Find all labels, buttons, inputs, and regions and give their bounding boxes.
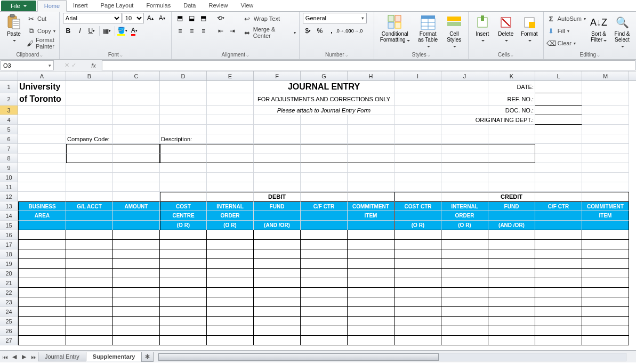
cell[interactable]: of Toronto <box>18 93 66 106</box>
cell[interactable] <box>395 307 441 317</box>
cell[interactable] <box>395 153 441 163</box>
cell[interactable] <box>582 326 629 336</box>
cell[interactable] <box>66 221 113 230</box>
cell[interactable] <box>160 326 207 336</box>
cell-styles-button[interactable]: Cell Styles <box>444 13 465 50</box>
row-header[interactable]: 24 <box>0 307 18 317</box>
cell[interactable] <box>535 230 582 240</box>
cell[interactable] <box>441 317 488 326</box>
cell[interactable] <box>160 288 207 297</box>
cell[interactable] <box>254 163 301 173</box>
cell[interactable] <box>113 106 160 115</box>
cell[interactable]: DEBIT <box>254 192 301 201</box>
cell[interactable] <box>254 240 301 249</box>
cell[interactable]: COMMITMENT <box>348 201 395 211</box>
cell[interactable] <box>488 173 535 182</box>
cell[interactable] <box>254 336 301 345</box>
cell[interactable] <box>395 182 441 192</box>
cell[interactable] <box>113 259 160 269</box>
cell[interactable] <box>535 182 582 192</box>
cell[interactable] <box>582 173 629 182</box>
cell[interactable] <box>207 240 254 249</box>
cell[interactable] <box>254 249 301 259</box>
cell[interactable] <box>66 326 113 336</box>
cell[interactable] <box>207 259 254 269</box>
col-header[interactable]: K <box>488 71 535 80</box>
cell[interactable]: (AND /OR) <box>254 221 301 230</box>
cell[interactable]: JOURNAL ENTRY <box>254 81 395 93</box>
cell[interactable] <box>441 144 488 153</box>
format-cells-button[interactable]: Format <box>519 13 540 44</box>
col-header[interactable]: B <box>66 71 113 80</box>
cell[interactable] <box>113 153 160 163</box>
row-header[interactable]: 22 <box>0 288 18 297</box>
italic-button[interactable]: I <box>75 26 85 36</box>
cell[interactable] <box>395 326 441 336</box>
cell[interactable] <box>348 182 395 192</box>
cell[interactable] <box>254 125 301 134</box>
col-header[interactable]: L <box>535 71 582 80</box>
cell[interactable]: Company Code: <box>66 134 113 144</box>
cell[interactable] <box>535 326 582 336</box>
cell[interactable] <box>18 326 66 336</box>
cell[interactable] <box>301 288 348 297</box>
select-all-corner[interactable] <box>0 71 18 80</box>
cell[interactable] <box>18 173 66 182</box>
row-header[interactable]: 19 <box>0 259 18 269</box>
cell[interactable] <box>113 173 160 182</box>
percent-button[interactable]: % <box>315 26 325 36</box>
cell[interactable] <box>535 125 582 134</box>
cell[interactable] <box>160 81 207 93</box>
cell[interactable] <box>488 326 535 336</box>
cell[interactable] <box>18 307 66 317</box>
cell[interactable] <box>66 307 113 317</box>
cell[interactable] <box>582 144 629 153</box>
insert-cells-button[interactable]: Insert <box>472 13 493 44</box>
tab-review[interactable]: Review <box>202 0 234 11</box>
cell[interactable] <box>66 125 113 134</box>
cell[interactable]: ORIGINATING DEPT.: <box>488 115 535 125</box>
cell[interactable] <box>18 240 66 249</box>
cell[interactable] <box>113 134 160 144</box>
cell[interactable] <box>18 249 66 259</box>
cell[interactable] <box>254 278 301 288</box>
row-header[interactable]: 15 <box>0 221 18 230</box>
cell[interactable] <box>395 259 441 269</box>
cell[interactable]: (O R) <box>160 221 207 230</box>
cell[interactable] <box>535 173 582 182</box>
tab-data[interactable]: Data <box>177 0 202 11</box>
cell[interactable] <box>441 230 488 240</box>
cell[interactable] <box>207 125 254 134</box>
cell[interactable] <box>301 144 348 153</box>
cell[interactable] <box>301 163 348 173</box>
fx-label[interactable]: fx <box>86 60 101 71</box>
cell[interactable] <box>488 288 535 297</box>
cell[interactable] <box>582 278 629 288</box>
cell[interactable] <box>582 317 629 326</box>
cell[interactable] <box>348 125 395 134</box>
cell[interactable] <box>395 269 441 278</box>
cell[interactable] <box>18 221 66 230</box>
fill-color-button[interactable]: 🪣▾ <box>117 26 128 36</box>
cell[interactable] <box>348 230 395 240</box>
cell[interactable] <box>582 259 629 269</box>
row-header[interactable]: 13 <box>0 201 18 211</box>
row-header[interactable]: 1 <box>0 81 18 93</box>
cell[interactable] <box>582 93 629 106</box>
cell[interactable] <box>160 173 207 182</box>
cell[interactable] <box>301 221 348 230</box>
cell[interactable] <box>66 278 113 288</box>
cell[interactable] <box>160 307 207 317</box>
cell[interactable] <box>535 317 582 326</box>
cell[interactable] <box>348 153 395 163</box>
find-select-button[interactable]: 🔍Find & Select <box>611 13 633 50</box>
cell[interactable] <box>582 288 629 297</box>
sheet-nav-first[interactable]: ⏮ <box>0 352 10 362</box>
cell[interactable] <box>301 297 348 307</box>
cell[interactable]: DATE: <box>488 81 535 93</box>
cell[interactable] <box>582 269 629 278</box>
cell[interactable] <box>441 326 488 336</box>
row-header[interactable]: 10 <box>0 173 18 182</box>
cell[interactable] <box>113 230 160 240</box>
cell[interactable] <box>113 307 160 317</box>
